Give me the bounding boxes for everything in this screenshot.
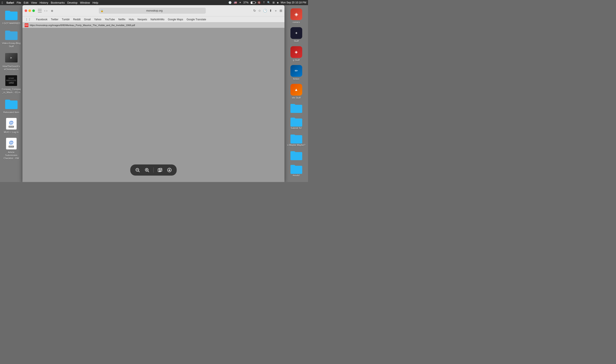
icon-rkouts[interactable]: rkouts! xyxy=(286,163,307,178)
url-bar[interactable]: 🔒 monoskop.org xyxy=(99,8,206,14)
bookmark-google-maps[interactable]: Google Maps xyxy=(168,18,183,21)
toolbar-right: ↻ ☆ 🕐 ⬆ ＋ ⊞ xyxy=(253,9,282,13)
bookmark-gmail[interactable]: Gmail xyxy=(84,18,91,21)
control-center-icon[interactable]: ⊞ xyxy=(273,1,275,4)
desktop-icons-right: ◈ comics ✦ Stuff ◈ g Stuff ✏ fiction ▲ e… xyxy=(285,6,308,180)
icon-compaq[interactable]: SOMEMIRACLES1950 Compaq_Compaq_rs_Mash..… xyxy=(1,73,22,95)
close-button[interactable] xyxy=(25,9,27,12)
menu-edit[interactable]: Edit xyxy=(24,1,28,4)
pdf-toolbar xyxy=(130,165,177,176)
apps-grid-icon[interactable]: ⋮⋮ xyxy=(25,18,31,21)
battery-percent: 37% xyxy=(243,1,249,4)
maximize-button[interactable] xyxy=(32,9,35,12)
menu-help[interactable]: Help xyxy=(92,1,98,4)
menubar:  Safari File Edit View History Bookmark… xyxy=(0,0,308,5)
share-icon[interactable]: ⬆ xyxy=(269,9,272,13)
sidebar-toggle[interactable] xyxy=(38,9,42,13)
menubar-items: Safari File Edit View History Bookmarks … xyxy=(6,1,98,4)
minimize-button[interactable] xyxy=(28,9,31,12)
menubar-right: 🕐 🇺🇸 ✴ 37% 🔇 ⇡ 🔍 ⊞ ◈ Mon Sep 20 10:18 PM xyxy=(228,1,306,4)
safari-window: ‹ › ⊕ 🔒 monoskop.org ↻ ☆ 🕐 ⬆ ＋ ⊞ ⋮⋮ Face… xyxy=(23,5,285,182)
pdf-toolbar-divider xyxy=(153,168,154,173)
icon-ele-stuff[interactable]: ▲ ele Stuff xyxy=(286,83,307,100)
svg-line-2 xyxy=(139,171,140,172)
desktop-icons-left: I GOT MARRIED Video-Essay-Blog Stuff ▶ H… xyxy=(0,6,23,163)
bookmark-google-translate[interactable]: Google Translate xyxy=(186,18,206,21)
forward-button[interactable]: › xyxy=(46,9,47,13)
bookmark-yahoo[interactable]: Yahoo xyxy=(94,18,101,21)
title-bar: ‹ › ⊕ 🔒 monoskop.org ↻ ☆ 🕐 ⬆ ＋ ⊞ xyxy=(23,5,285,16)
bookmark-facebook[interactable]: Facebook xyxy=(36,18,48,21)
icon-submit-to[interactable]: Submit To! xyxy=(286,116,307,130)
menu-file[interactable]: File xyxy=(17,1,21,4)
icon-muo-login[interactable]: @ HTTP MUO < Log In xyxy=(1,116,22,134)
zoom-out-button[interactable] xyxy=(134,166,141,174)
bookmark-netflix[interactable]: Netflix xyxy=(118,18,125,21)
auto-size-button[interactable] xyxy=(156,166,164,174)
menu-window[interactable]: Window xyxy=(80,1,90,4)
bookmark-reddit[interactable]: Reddit xyxy=(73,18,81,21)
download-button[interactable] xyxy=(166,166,173,174)
icon-stuff-trek[interactable]: ✦ Stuff xyxy=(286,26,307,43)
bookmark-neopets[interactable]: Neopets xyxy=(138,18,147,21)
tabs-icon[interactable]: ⊞ xyxy=(280,9,282,13)
bookmark-icon[interactable]: ☆ xyxy=(258,9,261,13)
bookmarks-bar: ⋮⋮ Facebook Twitter Tumblr Reddit Gmail … xyxy=(23,16,285,22)
zoom-in-button[interactable] xyxy=(143,166,151,174)
pdf-info-bar: PDF https://monoskop.org/images/8/80/Mer… xyxy=(23,22,285,28)
traffic-lights xyxy=(25,9,35,12)
history-icon[interactable]: 🕐 xyxy=(263,9,267,13)
new-tab-icon[interactable]: ＋ xyxy=(274,9,277,13)
icon-folder-blue1[interactable] xyxy=(286,102,307,114)
menu-safari[interactable]: Safari xyxy=(6,1,14,4)
svg-line-6 xyxy=(148,171,149,172)
pdf-filetype-icon: PDF xyxy=(25,23,28,27)
privacy-icon: ⊕ xyxy=(51,9,53,13)
icon-relocated[interactable]: Relocated Item xyxy=(1,96,22,115)
icon-married[interactable]: I GOT MARRIED xyxy=(1,8,22,26)
url-text: monoskop.org xyxy=(105,9,204,12)
search-icon[interactable]: 🔍 xyxy=(267,1,270,4)
bluetooth-icon: ✴ xyxy=(239,1,241,4)
menu-view[interactable]: View xyxy=(31,1,37,4)
flag-icon: 🇺🇸 xyxy=(234,1,237,4)
nav-buttons: ‹ › xyxy=(44,9,48,13)
back-button[interactable]: ‹ xyxy=(44,9,45,13)
mute-icon: 🔇 xyxy=(258,1,261,4)
icon-maybe[interactable]: o Maybe Maybe? xyxy=(286,132,307,147)
battery-icon xyxy=(251,1,255,4)
menu-history[interactable]: History xyxy=(39,1,48,4)
icon-comics[interactable]: ◈ comics xyxy=(286,8,307,25)
bookmark-twitter[interactable]: Twitter xyxy=(51,18,58,21)
bookmark-hulu[interactable]: Hulu xyxy=(129,18,134,21)
menu-develop[interactable]: Develop xyxy=(67,1,78,4)
menu-bookmarks[interactable]: Bookmarks xyxy=(51,1,65,4)
datetime: Mon Sep 20 10:18 PM xyxy=(281,1,306,4)
icon-video-essay[interactable]: Video-Essay-Blog Stuff xyxy=(1,27,22,49)
icon-g-stuff[interactable]: ◈ g Stuff xyxy=(286,45,307,63)
apple-menu[interactable]:  xyxy=(2,1,3,4)
pdf-url: https://monoskop.org/images/8/80/Merleau… xyxy=(30,24,135,26)
icon-howthegooch[interactable]: ▶ HowTheGooch's eChristmas.m xyxy=(1,51,22,72)
bookmark-tumblr[interactable]: Tumblr xyxy=(62,18,70,21)
icon-article-checklist[interactable]: @ HTTP Article Submission Checklist - XW xyxy=(1,136,22,161)
lock-icon: 🔒 xyxy=(101,9,104,12)
pdf-content xyxy=(23,28,285,182)
bookmark-nanowrimo[interactable]: NaNoWriMo xyxy=(151,18,164,21)
icon-folder-blue2[interactable] xyxy=(286,149,307,161)
bookmark-youtube[interactable]: YouTube xyxy=(105,18,115,21)
wifi-icon: ⇡ xyxy=(263,1,265,4)
time-machine-icon: 🕐 xyxy=(228,1,232,4)
siri-icon[interactable]: ◈ xyxy=(277,1,279,4)
reload-icon[interactable]: ↻ xyxy=(253,9,256,13)
svg-rect-8 xyxy=(159,168,162,171)
icon-fiction[interactable]: ✏ fiction xyxy=(286,64,307,81)
